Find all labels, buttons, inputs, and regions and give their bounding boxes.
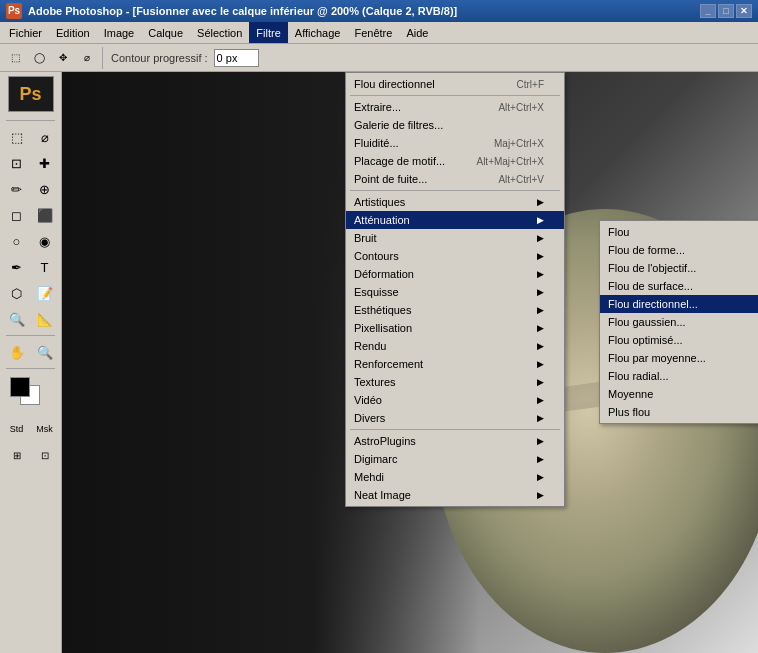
hand-tool[interactable]: ✋ (4, 340, 30, 364)
rect-select-btn[interactable]: ⬚ (4, 48, 26, 68)
sub-flou-radial[interactable]: Flou radial... (600, 367, 758, 385)
menu-filtre[interactable]: Filtre (249, 22, 287, 43)
menu-digimarc[interactable]: Digimarc ▶ (346, 450, 564, 468)
tool-sep-2 (6, 335, 55, 336)
selection-tools-group: ⬚ ◯ ✥ ⌀ (4, 47, 103, 69)
menu-artistiques[interactable]: Artistiques ▶ (346, 193, 564, 211)
sub-flou[interactable]: Flou (600, 223, 758, 241)
sub-flou-gaussien[interactable]: Flou gaussien... (600, 313, 758, 331)
toolbox-logo: Ps (8, 76, 54, 112)
screen-row: ⊞ ⊡ (2, 443, 59, 467)
tool-row-6: ✒ T (2, 255, 59, 279)
shape-tool[interactable]: ⬡ (4, 281, 30, 305)
filtre-sep-3 (350, 429, 560, 430)
menu-renforcement[interactable]: Renforcement ▶ (346, 355, 564, 373)
menu-attenuation[interactable]: Atténuation ▶ (346, 211, 564, 229)
menu-aide[interactable]: Aide (399, 22, 435, 43)
menu-bruit[interactable]: Bruit ▶ (346, 229, 564, 247)
tool-row-1: ⬚ ⌀ (2, 125, 59, 149)
sub-plus-flou[interactable]: Plus flou (600, 403, 758, 421)
app-icon: Ps (6, 3, 22, 19)
marquee-tool[interactable]: ⬚ (4, 125, 30, 149)
filtre-sep-1 (350, 95, 560, 96)
menu-point-fuite[interactable]: Point de fuite... Alt+Ctrl+V (346, 170, 564, 188)
color-swatches (2, 377, 59, 411)
menu-textures[interactable]: Textures ▶ (346, 373, 564, 391)
menu-edition[interactable]: Edition (49, 22, 97, 43)
window-title: Adobe Photoshop - [Fusionner avec le cal… (28, 5, 457, 17)
tool-row-7: ⬡ 📝 (2, 281, 59, 305)
menu-image[interactable]: Image (97, 22, 142, 43)
menu-bar: Fichier Edition Image Calque Sélection F… (0, 22, 758, 44)
move-btn[interactable]: ✥ (52, 48, 74, 68)
menu-esthetiques[interactable]: Esthétiques ▶ (346, 301, 564, 319)
text-tool[interactable]: T (32, 255, 58, 279)
paint-tool[interactable]: ⬛ (32, 203, 58, 227)
menu-fenetre[interactable]: Fenêtre (347, 22, 399, 43)
menu-affichage[interactable]: Affichage (288, 22, 348, 43)
contour-label: Contour progressif : (108, 52, 211, 64)
heal-tool[interactable]: ✚ (32, 151, 58, 175)
ellipse-select-btn[interactable]: ◯ (28, 48, 50, 68)
menu-galerie[interactable]: Galerie de filtres... (346, 116, 564, 134)
menu-neat-image[interactable]: Neat Image ▶ (346, 486, 564, 504)
blur-tool[interactable]: ◉ (32, 229, 58, 253)
zoom-tool[interactable]: 🔍 (32, 340, 58, 364)
filtre-dropdown: Flou directionnel Ctrl+F Extraire... Alt… (345, 72, 565, 507)
menu-contours[interactable]: Contours ▶ (346, 247, 564, 265)
canvas-area: Flou directionnel Ctrl+F Extraire... Alt… (62, 72, 758, 653)
lasso-tool[interactable]: ⌀ (32, 125, 58, 149)
std-mode-btn[interactable]: Std (4, 417, 30, 441)
full-screen-btn[interactable]: ⊡ (32, 443, 58, 467)
notes-tool[interactable]: 📝 (32, 281, 58, 305)
sub-flou-surface[interactable]: Flou de surface... (600, 277, 758, 295)
pen-tool[interactable]: ✒ (4, 255, 30, 279)
tool-sep-3 (6, 368, 55, 369)
dodge-tool[interactable]: ○ (4, 229, 30, 253)
menu-extraire[interactable]: Extraire... Alt+Ctrl+X (346, 98, 564, 116)
sub-flou-optimise[interactable]: Flou optimisé... (600, 331, 758, 349)
filtre-sep-2 (350, 190, 560, 191)
measure-tool[interactable]: 📐 (32, 307, 58, 331)
menu-pixellisation[interactable]: Pixellisation ▶ (346, 319, 564, 337)
foreground-color[interactable] (10, 377, 30, 397)
menu-fichier[interactable]: Fichier (2, 22, 49, 43)
menu-rendu[interactable]: Rendu ▶ (346, 337, 564, 355)
std-screen-btn[interactable]: ⊞ (4, 443, 30, 467)
tool-row-8: 🔍 📐 (2, 307, 59, 331)
menu-mehdi[interactable]: Mehdi ▶ (346, 468, 564, 486)
crop-tool[interactable]: ⊡ (4, 151, 30, 175)
minimize-button[interactable]: _ (700, 4, 716, 18)
mode-row: Std Msk (2, 417, 59, 441)
menu-astroplugins[interactable]: AstroPlugins ▶ (346, 432, 564, 450)
attenuation-submenu: Flou Flou de forme... Flou de l'objectif… (599, 220, 758, 424)
window-controls[interactable]: _ □ ✕ (700, 4, 752, 18)
menu-deformation[interactable]: Déformation ▶ (346, 265, 564, 283)
stamp-tool[interactable]: ⊕ (32, 177, 58, 201)
sub-moyenne[interactable]: Moyenne (600, 385, 758, 403)
menu-video[interactable]: Vidéo ▶ (346, 391, 564, 409)
tool-sep-1 (6, 120, 55, 121)
eraser-tool[interactable]: ◻ (4, 203, 30, 227)
lasso-btn[interactable]: ⌀ (76, 48, 98, 68)
sub-flou-moyenne[interactable]: Flou par moyenne... (600, 349, 758, 367)
tool-row-4: ◻ ⬛ (2, 203, 59, 227)
sub-flou-forme[interactable]: Flou de forme... (600, 241, 758, 259)
menu-divers[interactable]: Divers ▶ (346, 409, 564, 427)
title-bar: Ps Adobe Photoshop - [Fusionner avec le … (0, 0, 758, 22)
eyedrop-tool[interactable]: 🔍 (4, 307, 30, 331)
sub-flou-objectif[interactable]: Flou de l'objectif... (600, 259, 758, 277)
menu-selection[interactable]: Sélection (190, 22, 249, 43)
menu-flou-directionnel[interactable]: Flou directionnel Ctrl+F (346, 75, 564, 93)
menu-esquisse[interactable]: Esquisse ▶ (346, 283, 564, 301)
menu-placage[interactable]: Placage de motif... Alt+Maj+Ctrl+X (346, 152, 564, 170)
menu-fluidite[interactable]: Fluidité... Maj+Ctrl+X (346, 134, 564, 152)
menu-calque[interactable]: Calque (141, 22, 190, 43)
close-button[interactable]: ✕ (736, 4, 752, 18)
mask-mode-btn[interactable]: Msk (32, 417, 58, 441)
restore-button[interactable]: □ (718, 4, 734, 18)
brush-tool[interactable]: ✏ (4, 177, 30, 201)
contour-value[interactable] (214, 49, 259, 67)
sub-flou-directionnel[interactable]: Flou directionnel... (600, 295, 758, 313)
tool-row-2: ⊡ ✚ (2, 151, 59, 175)
